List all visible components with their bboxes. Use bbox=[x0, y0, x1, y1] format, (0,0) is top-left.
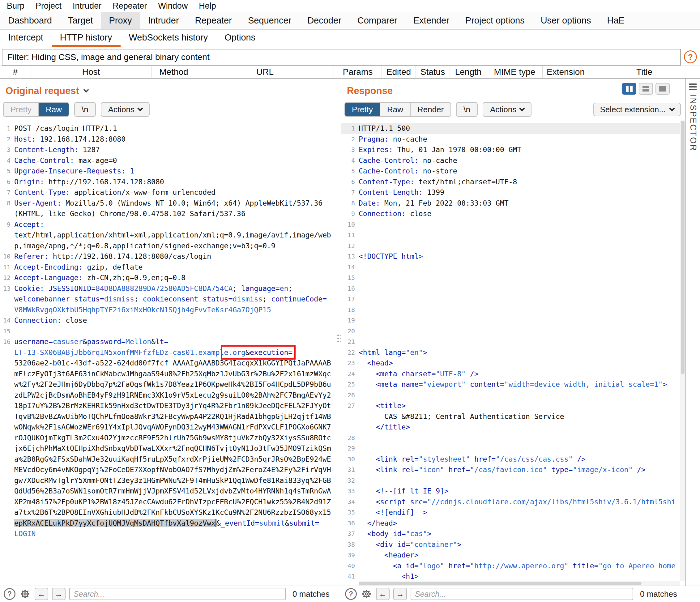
request-search-input[interactable] bbox=[69, 588, 286, 600]
response-line[interactable]: 12 bbox=[341, 241, 680, 251]
response-line[interactable]: 10 bbox=[341, 219, 680, 230]
request-line[interactable]: (KHTML, like Gecko) Chrome/98.0.4758.102… bbox=[0, 208, 338, 219]
response-line[interactable]: 38 <div id="container"> bbox=[341, 539, 680, 550]
request-line[interactable]: p,image/apng,*/*;q=0.8,application/signe… bbox=[0, 241, 338, 251]
main-tab-sequencer[interactable]: Sequencer bbox=[240, 12, 299, 29]
panel-splitter[interactable] bbox=[338, 78, 341, 585]
response-line[interactable]: 11 bbox=[341, 230, 680, 241]
request-line[interactable]: 8User-Agent: Mozilla/5.0 (Windows NT 10.… bbox=[0, 198, 338, 209]
main-tab-proxy[interactable]: Proxy bbox=[101, 12, 140, 29]
response-line[interactable]: 25 <meta name="viewport" content="width=… bbox=[341, 379, 680, 390]
scrollbar-thumb[interactable] bbox=[359, 582, 642, 585]
request-line[interactable]: 10Referer: http://192.168.174.128:8080/c… bbox=[0, 251, 338, 262]
response-line[interactable]: 37 <body id="cas"> bbox=[341, 528, 680, 539]
response-line[interactable]: 2Pragma: no-cache bbox=[341, 134, 680, 145]
response-line[interactable]: 6Content-Type: text/html;charset=UTF-8 bbox=[341, 177, 680, 187]
response-line[interactable]: 14 bbox=[341, 262, 680, 273]
response-line[interactable]: 34 <script src="//cdnjs.cloudflare.com/a… bbox=[341, 497, 680, 507]
response-tab-raw[interactable]: Raw bbox=[380, 103, 410, 116]
request-line[interactable]: welcomebanner_status=dismiss; cookiecons… bbox=[0, 294, 338, 305]
response-line[interactable]: 40 <a id="logo" href="http://www.apereo.… bbox=[341, 560, 680, 571]
response-line[interactable]: 32 bbox=[341, 475, 680, 486]
request-line[interactable]: 53206ae2-b01c-43df-a522-624dd00f7fcf_AAA… bbox=[0, 358, 338, 369]
column-header-title[interactable]: Title bbox=[589, 66, 700, 78]
response-vertical-scrollbar[interactable] bbox=[680, 121, 685, 581]
response-line[interactable]: 36 </head> bbox=[341, 518, 680, 529]
main-tab-user-options[interactable]: User options bbox=[533, 12, 599, 29]
column-header-edited[interactable]: Edited bbox=[382, 66, 416, 78]
menu-item-repeater[interactable]: Repeater bbox=[107, 1, 152, 11]
request-line[interactable]: text/html,application/xhtml+xml,applicat… bbox=[0, 230, 338, 241]
response-line[interactable]: 31 <link rel="icon" href="/cas/favicon.i… bbox=[341, 465, 680, 475]
request-line[interactable]: 2Host: 192.168.174.128:8080 bbox=[0, 134, 338, 145]
response-line[interactable]: CAS &#8211; Central Authentication Servi… bbox=[341, 411, 680, 422]
request-line[interactable]: 13Cookie: JSESSIONID=84D8DA888289DA72580… bbox=[0, 283, 338, 294]
request-editor[interactable]: 1POST /cas/login HTTP/1.12Host: 192.168.… bbox=[0, 121, 338, 585]
help-icon[interactable]: ? bbox=[684, 50, 697, 64]
menu-item-burp[interactable]: Burp bbox=[1, 1, 30, 11]
response-line[interactable]: 7Content-Length: 1399 bbox=[341, 187, 680, 198]
sub-tab-options[interactable]: Options bbox=[216, 30, 264, 47]
response-line[interactable]: 15 bbox=[341, 272, 680, 283]
sub-tab-websockets-history[interactable]: WebSockets history bbox=[121, 30, 217, 47]
next-match-button[interactable]: → bbox=[393, 588, 407, 600]
request-line[interactable]: jx6EjchPhMaXtQEHpiXhdSnbxgVbDTwaLXXxr%2F… bbox=[0, 443, 338, 454]
inspector-panel[interactable]: INSPECTOR bbox=[685, 78, 700, 585]
menu-item-help[interactable]: Help bbox=[193, 1, 222, 11]
request-tab-actions[interactable]: Actions bbox=[101, 103, 149, 116]
filter-bar[interactable]: Filter: Hiding CSS, image and general bi… bbox=[2, 49, 681, 66]
column-header-length[interactable]: Length bbox=[450, 66, 487, 78]
response-line[interactable]: 26 bbox=[341, 390, 680, 401]
request-tab-pretty[interactable]: Pretty bbox=[4, 103, 38, 116]
gear-icon[interactable] bbox=[360, 588, 372, 600]
response-line[interactable]: </title> bbox=[341, 422, 680, 432]
column-header-method[interactable]: Method bbox=[151, 66, 196, 78]
request-line[interactable]: a7tx%2B6T%2BPQ8EInVXGhiubHJdB%2FKnFkbCUS… bbox=[0, 507, 338, 518]
response-line[interactable]: 20 bbox=[341, 326, 680, 337]
response-line[interactable]: 17 bbox=[341, 294, 680, 305]
column-header-params[interactable]: Params bbox=[334, 66, 382, 78]
gear-icon[interactable] bbox=[19, 588, 31, 600]
column-header-host[interactable]: Host bbox=[31, 66, 151, 78]
response-line[interactable]: 18 bbox=[341, 305, 680, 316]
response-line[interactable]: 33 <!--[if lt IE 9]> bbox=[341, 486, 680, 497]
column-header-mime-type[interactable]: MIME type bbox=[487, 66, 543, 78]
main-tab-project-options[interactable]: Project options bbox=[457, 12, 533, 29]
menu-item-window[interactable]: Window bbox=[152, 1, 193, 11]
main-tab-extender[interactable]: Extender bbox=[405, 12, 457, 29]
sub-tab-http-history[interactable]: HTTP history bbox=[52, 30, 121, 47]
main-tab-dashboard[interactable]: Dashboard bbox=[0, 12, 60, 29]
request-line[interactable]: XP2m48i57%2Fp0uKP1%2BW18z45JZecCAwdu62Fr… bbox=[0, 497, 338, 507]
scrollbar-thumb[interactable] bbox=[681, 121, 684, 374]
request-line[interactable]: 5Upgrade-Insecure-Requests: 1 bbox=[0, 166, 338, 177]
response-line[interactable]: 24 <meta charset="UTF-8" /> bbox=[341, 369, 680, 379]
column-header-extension[interactable]: Extension bbox=[543, 66, 589, 78]
response-line[interactable]: 3Expires: Thu, 01 Jan 1970 00:00:00 GMT bbox=[341, 144, 680, 155]
response-line[interactable]: 41 <h1> bbox=[341, 571, 680, 581]
column-header-number[interactable]: # bbox=[0, 66, 31, 78]
help-icon[interactable]: ? bbox=[4, 588, 16, 600]
next-match-button[interactable]: → bbox=[52, 588, 66, 600]
request-tab-raw[interactable]: Raw bbox=[38, 103, 69, 116]
rows-layout-button[interactable] bbox=[639, 83, 653, 95]
column-header-status[interactable]: Status bbox=[416, 66, 450, 78]
response-line[interactable]: 19 bbox=[341, 315, 680, 326]
help-icon[interactable]: ? bbox=[345, 588, 357, 600]
response-line[interactable]: 1HTTP/1.1 500 bbox=[341, 123, 680, 134]
request-line[interactable]: 18pI7uY%2B%2BrMzKEHRIk59nHxd3ctDwTDE3TDy… bbox=[0, 400, 338, 411]
response-tab-actions[interactable]: Actions bbox=[483, 103, 531, 116]
request-line[interactable]: LOGIN bbox=[0, 528, 338, 539]
sub-tab-intercept[interactable]: Intercept bbox=[0, 30, 52, 47]
prev-match-button[interactable]: ← bbox=[376, 588, 390, 600]
request-line[interactable]: 7Content-Type: application/x-www-form-ur… bbox=[0, 187, 338, 198]
response-tab-pretty[interactable]: Pretty bbox=[345, 103, 380, 116]
response-line[interactable]: 8Date: Mon, 21 Feb 2022 08:33:03 GMT bbox=[341, 198, 680, 209]
response-line[interactable]: 9Connection: close bbox=[341, 208, 680, 219]
request-line[interactable]: QdUd56%2B3a7oSWN1somOtR7rmHmWjjVJpmXFSV4… bbox=[0, 486, 338, 497]
request-line[interactable]: 15 bbox=[0, 326, 338, 337]
request-line[interactable]: 3Content-Length: 1287 bbox=[0, 144, 338, 155]
request-line[interactable]: mFlczEyOIj3t6AF63inCkMabcwJMhgaaS94u8%2F… bbox=[0, 369, 338, 379]
request-line[interactable]: a%2B8RgG%2FSxSDahWJe32uuiKaqHf5ruLpX5qfx… bbox=[0, 454, 338, 465]
response-line[interactable]: 39 <header> bbox=[341, 550, 680, 560]
request-line[interactable]: gw7XDucRMvTglrY5XmmFONtTZ3ey3z1HGmPWNu%2… bbox=[0, 475, 338, 486]
